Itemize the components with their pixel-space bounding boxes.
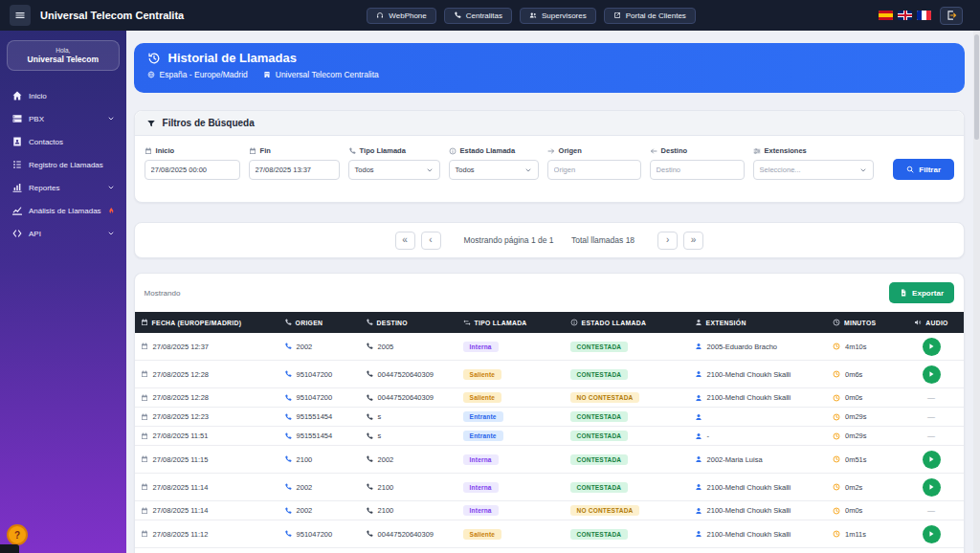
- play-audio-button[interactable]: [923, 365, 941, 384]
- bars-icon: [14, 10, 26, 21]
- filter-submit-label: Filtrar: [919, 166, 941, 174]
- cell-audio: —: [899, 431, 964, 440]
- sidebar-item-analisis-de-llamadas[interactable]: Análisis de Llamadas: [7, 199, 120, 222]
- inicio-input[interactable]: [145, 160, 240, 180]
- minutos-value: 0m0s: [845, 393, 862, 402]
- calendar-icon: [141, 343, 148, 350]
- sidebar-item-registro-de-llamadas[interactable]: Registro de Llamadas: [7, 153, 120, 176]
- sidebar-item-pbx[interactable]: PBX: [7, 107, 120, 130]
- help-button[interactable]: ?: [7, 524, 28, 545]
- cell-minutos: 0m2s: [827, 483, 899, 492]
- fin-input[interactable]: [249, 160, 340, 180]
- registry-icon: [11, 159, 23, 170]
- destino-value: 2005: [378, 343, 394, 351]
- last-page-button[interactable]: »: [683, 232, 703, 250]
- play-audio-button[interactable]: [923, 478, 941, 497]
- cell-extension: 2100-Mehdi Choukh Skalli: [689, 370, 827, 379]
- navbar-right: [879, 7, 970, 25]
- prev-page-button[interactable]: ‹: [421, 232, 441, 250]
- play-audio-button[interactable]: [923, 338, 941, 356]
- phone-icon: [284, 432, 292, 440]
- destino-input[interactable]: [650, 160, 745, 180]
- extensiones-select[interactable]: Seleccione...: [753, 160, 874, 180]
- clock-icon: [833, 394, 840, 402]
- uk-flag[interactable]: [898, 11, 912, 20]
- scrollbar-thumb[interactable]: [974, 34, 979, 140]
- minutos-value: 0m6s: [845, 370, 862, 379]
- first-page-button[interactable]: «: [395, 232, 415, 250]
- navbar-button-label: Supervisores: [542, 11, 587, 20]
- table-row: 27/08/2025 12:23951551454sEntranteCONTES…: [135, 408, 964, 427]
- navbar-button-supervisores[interactable]: Supervisores: [520, 8, 596, 24]
- logout-button[interactable]: [940, 7, 963, 25]
- filter-field-estado-llamada: Estado LlamadaTodos: [449, 146, 539, 180]
- cell-tipo-llamada: Entrante: [457, 431, 565, 441]
- clock-icon: [833, 483, 840, 491]
- next-page-button[interactable]: ›: [657, 232, 678, 250]
- cell-extension: 2002-Maria Luisa: [689, 455, 827, 464]
- cell-estado-llamada: CONTESTADA: [565, 431, 689, 441]
- sidebar-nav: InicioPBXContactosRegistro de LlamadasRe…: [7, 84, 120, 245]
- play-audio-button[interactable]: [923, 451, 941, 469]
- column-header-audio: AUDIO: [899, 319, 964, 326]
- sidebar-item-reportes[interactable]: Reportes: [7, 176, 120, 199]
- tipo-llamada-badge: Saliente: [463, 369, 502, 380]
- user-card[interactable]: Hola, Universal Telecom: [7, 40, 120, 71]
- cell-destino: s: [360, 412, 457, 421]
- top-navbar: Universal Telecom Centralita WebPhoneCen…: [0, 0, 980, 31]
- funnel-icon: [146, 119, 156, 128]
- person-icon: [695, 413, 702, 421]
- export-button[interactable]: Exportar: [889, 282, 954, 303]
- phone-icon: [284, 394, 292, 402]
- menu-toggle-button[interactable]: [10, 5, 31, 26]
- navbar-button-webphone[interactable]: WebPhone: [367, 8, 435, 24]
- estado-llamada-badge: CONTESTADA: [570, 529, 629, 540]
- estado-llamada-select[interactable]: Todos: [449, 160, 539, 180]
- chevron-down-icon: [107, 230, 115, 237]
- phone-icon: [366, 413, 373, 421]
- column-header-label: AUDIO: [925, 320, 947, 326]
- results-card: Mostrando Exportar FECHA (EUROPE/MADRID)…: [134, 273, 965, 553]
- cell-fecha: 27/08/2025 11:14: [135, 483, 278, 492]
- sidebar-item-label: Registro de Llamadas: [29, 161, 115, 169]
- play-audio-button[interactable]: [923, 525, 941, 543]
- navbar-button-centralitas[interactable]: Centralitas: [444, 8, 512, 24]
- person-icon: [695, 507, 702, 515]
- sidebar-item-api[interactable]: API: [7, 222, 120, 245]
- column-header-label: TIPO LLAMADA: [475, 320, 527, 326]
- page-scrollbar[interactable]: [973, 0, 980, 553]
- phone-icon: [284, 413, 292, 421]
- navbar-button-portal-de-clientes[interactable]: Portal de Clientes: [604, 8, 696, 24]
- filter-field-label-text: Tipo Llamada: [360, 146, 406, 155]
- sidebar-item-inicio[interactable]: Inicio: [7, 84, 120, 107]
- play-icon: [926, 482, 936, 492]
- sidebar-item-contactos[interactable]: Contactos: [7, 130, 120, 153]
- cell-audio: —: [899, 393, 964, 402]
- phone-icon: [366, 319, 373, 326]
- cell-extension: 2005-Eduardo Bracho: [689, 343, 827, 351]
- tipo-llamada-select[interactable]: Todos: [348, 160, 440, 180]
- filter-field-inicio: Inicio: [145, 146, 240, 180]
- cell-minutos: 4m10s: [827, 343, 899, 351]
- france-flag[interactable]: [917, 11, 931, 20]
- cell-minutos: 0m0s: [827, 393, 899, 402]
- chevron-down-icon: [859, 166, 867, 174]
- extension-value: 2002-Maria Luisa: [707, 455, 763, 464]
- extension-value: 2100-Mehdi Choukh Skalli: [707, 530, 791, 539]
- cell-audio: [899, 451, 964, 469]
- filters-title: Filtros de Búsqueda: [163, 118, 255, 128]
- spain-flag[interactable]: [879, 11, 893, 20]
- clock-icon: [833, 507, 840, 515]
- estado-llamada-badge: CONTESTADA: [570, 482, 629, 493]
- sidebar-item-label: PBX: [29, 115, 101, 123]
- origen-input[interactable]: [547, 160, 641, 180]
- navbar-button-label: WebPhone: [389, 11, 426, 20]
- filter-submit-button[interactable]: Filtrar: [893, 159, 954, 180]
- calendar-icon: [141, 370, 148, 378]
- phone-icon: [284, 483, 292, 491]
- fecha-value: 27/08/2025 11:12: [153, 530, 209, 539]
- estado-llamada-badge: CONTESTADA: [570, 342, 629, 352]
- portal-icon: [613, 11, 621, 19]
- no-audio-dash: —: [927, 393, 935, 402]
- file-export-icon: [900, 289, 907, 297]
